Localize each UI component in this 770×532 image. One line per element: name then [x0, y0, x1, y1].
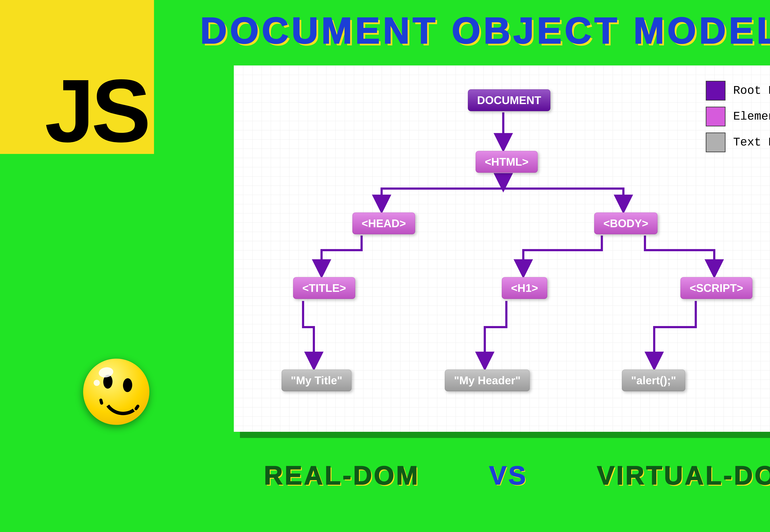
swatch-root-icon	[706, 81, 726, 101]
node-h1: <H1>	[502, 277, 547, 299]
smiley-icon	[78, 353, 155, 430]
legend-row-text: Text Node	[706, 133, 770, 152]
js-logo-text: JS	[45, 71, 154, 154]
node-title: <TITLE>	[293, 277, 355, 299]
page-title: DOCUMENT OBJECT MODEL	[200, 9, 770, 52]
bottom-labels: REAL-DOM VS VIRTUAL-DOM	[0, 460, 770, 490]
swatch-element-icon	[706, 107, 726, 126]
node-text-alert: "alert();"	[622, 369, 685, 391]
legend-label-element: Element Node	[733, 110, 770, 123]
node-document: DOCUMENT	[468, 89, 550, 111]
legend-label-root: Root Node	[733, 84, 770, 97]
node-text-header: "My Header"	[445, 369, 530, 391]
node-script: <SCRIPT>	[680, 277, 752, 299]
legend: Root Node Element Node Text Node	[706, 81, 770, 158]
label-real-dom: REAL-DOM	[264, 460, 420, 490]
swatch-text-icon	[706, 133, 726, 152]
node-body: <BODY>	[594, 212, 658, 234]
node-text-title: "My Title"	[281, 369, 351, 391]
legend-row-root: Root Node	[706, 81, 770, 101]
legend-row-element: Element Node	[706, 107, 770, 126]
node-html: <HTML>	[476, 151, 538, 173]
node-head: <HEAD>	[352, 212, 415, 234]
label-virtual-dom: VIRTUAL-DOM	[597, 460, 770, 490]
label-vs: VS	[489, 460, 528, 490]
js-logo: JS	[0, 0, 154, 154]
legend-label-text: Text Node	[733, 136, 770, 149]
diagram-canvas: Root Node Element Node Text Node	[234, 65, 770, 432]
